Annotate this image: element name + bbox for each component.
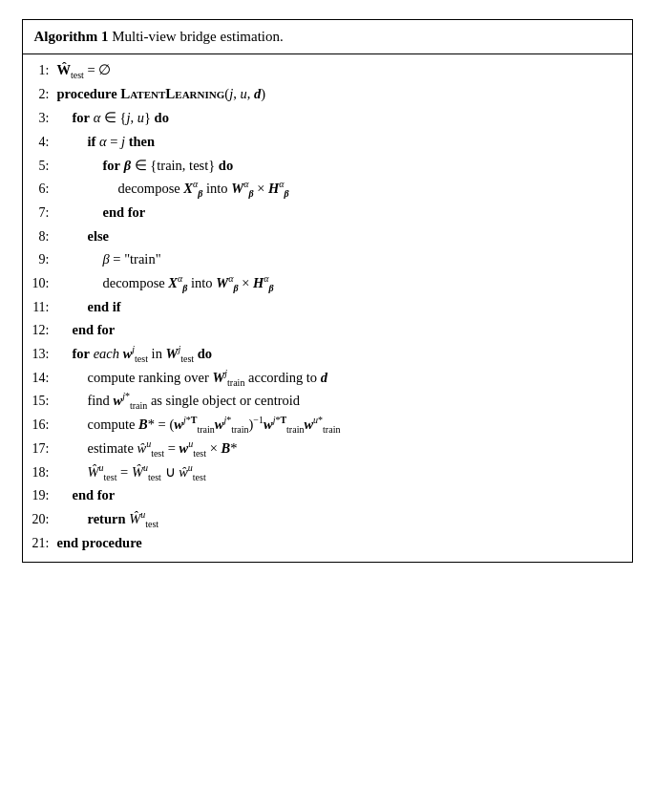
algorithm-line: 3:for α ∈ {j, u} do — [23, 106, 632, 130]
line-number: 1: — [23, 60, 57, 81]
line-content: Ŵutest = Ŵutest ∪ ŵutest — [57, 461, 632, 482]
line-content: procedure LatentLearning(j, u, d) — [57, 83, 632, 105]
algorithm-line: 6:decompose Xαβ into Wαβ × Hαβ — [23, 177, 632, 201]
algorithm-line: 17:estimate ŵutest = wutest × B* — [23, 437, 632, 460]
line-number: 7: — [23, 203, 57, 224]
line-content: return Ŵutest — [57, 508, 632, 529]
line-number: 15: — [23, 391, 57, 412]
line-number: 3: — [23, 108, 57, 129]
line-content: end for — [57, 484, 632, 505]
algorithm-line: 4:if α = j then — [23, 130, 632, 154]
line-number: 8: — [23, 226, 57, 247]
line-content: end procedure — [57, 532, 632, 553]
line-number: 13: — [23, 344, 57, 365]
algorithm-line: 11:end if — [23, 295, 632, 319]
algorithm-line: 7:end for — [23, 201, 632, 224]
line-content: estimate ŵutest = wutest × B* — [57, 438, 632, 459]
line-content: end if — [57, 296, 632, 317]
algorithm-line: 12:end for — [23, 318, 632, 342]
line-content: Ŵtest = ∅ — [57, 59, 632, 80]
line-number: 5: — [23, 156, 57, 177]
algorithm-header: Algorithm 1 Multi-view bridge estimation… — [23, 20, 632, 54]
algorithm-line: 15:find wj*train as single object or cen… — [23, 389, 632, 413]
algorithm-title: Multi-view bridge estimation. — [112, 29, 284, 44]
line-content: if α = j then — [57, 131, 632, 152]
algorithm-line: 14:compute ranking over Wjtrain accordin… — [23, 366, 632, 390]
line-content: find wj*train as single object or centro… — [57, 390, 632, 411]
algorithm-line: 5:for β ∈ {train, test} do — [23, 154, 632, 178]
algorithm-line: 21:end procedure — [23, 531, 632, 555]
line-content: for α ∈ {j, u} do — [57, 107, 632, 128]
line-content: decompose Xαβ into Wαβ × Hαβ — [57, 178, 632, 199]
algorithm-line: 13:for each wjtest in Wjtest do — [23, 342, 632, 366]
line-content: for β ∈ {train, test} do — [57, 155, 632, 176]
algorithm-line: 18:Ŵutest = Ŵutest ∪ ŵutest — [23, 460, 632, 484]
line-number: 18: — [23, 462, 57, 483]
line-number: 20: — [23, 509, 57, 530]
algorithm-line: 16:compute B* = (wj*Ttrainwj*train)−1wj*… — [23, 413, 632, 437]
algorithm-line: 9:β = "train" — [23, 247, 632, 271]
algorithm-line: 10:decompose Xαβ into Wαβ × Hαβ — [23, 271, 632, 295]
algorithm-line: 2:procedure LatentLearning(j, u, d) — [23, 82, 632, 106]
line-number: 17: — [23, 438, 57, 459]
line-number: 12: — [23, 320, 57, 341]
algorithm-line: 8:else — [23, 224, 632, 248]
line-content: decompose Xαβ into Wαβ × Hαβ — [57, 272, 632, 293]
line-content: β = "train" — [57, 248, 632, 269]
line-number: 2: — [23, 84, 57, 105]
line-number: 10: — [23, 273, 57, 294]
algorithm-line: 19:end for — [23, 483, 632, 507]
line-number: 16: — [23, 415, 57, 436]
algorithm-line: 20:return Ŵutest — [23, 507, 632, 531]
line-content: for each wjtest in Wjtest do — [57, 343, 632, 364]
algorithm-box: Algorithm 1 Multi-view bridge estimation… — [22, 19, 633, 563]
line-content: end for — [57, 202, 632, 223]
line-number: 9: — [23, 249, 57, 270]
algorithm-body: 1:Ŵtest = ∅2:procedure LatentLearning(j,… — [23, 54, 632, 562]
line-content: compute B* = (wj*Ttrainwj*train)−1wj*Ttr… — [57, 414, 632, 435]
line-number: 6: — [23, 179, 57, 200]
line-number: 4: — [23, 132, 57, 153]
line-content: end for — [57, 319, 632, 340]
line-number: 21: — [23, 533, 57, 554]
line-number: 14: — [23, 368, 57, 389]
line-number: 19: — [23, 485, 57, 506]
line-content: else — [57, 225, 632, 246]
line-number: 11: — [23, 297, 57, 318]
algorithm-line: 1:Ŵtest = ∅ — [23, 58, 632, 82]
algorithm-label: Algorithm 1 — [34, 29, 109, 44]
line-content: compute ranking over Wjtrain according t… — [57, 367, 632, 388]
